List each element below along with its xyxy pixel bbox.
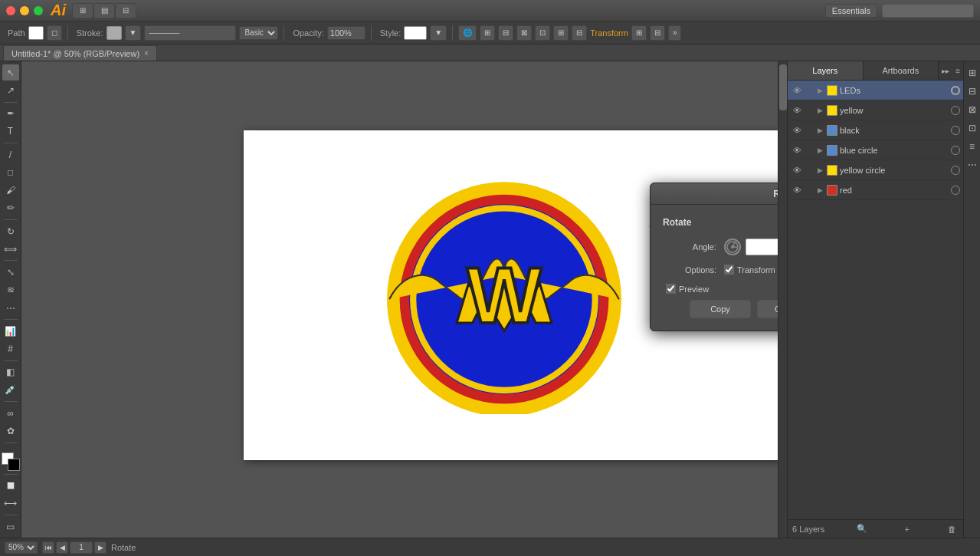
preview-checkbox[interactable]: Preview [666,284,709,294]
essentials-button[interactable]: Essentials [825,4,877,18]
next-page-btn[interactable]: ▶ [94,541,107,554]
globe-btn[interactable]: 🌐 [458,25,477,41]
eyedropper-tool[interactable]: 💉 [2,382,19,398]
layer-row[interactable]: 👁 ▶ blue circle [788,140,963,160]
angle-input[interactable]: 360/8 [746,239,778,255]
preview-check[interactable] [666,284,676,294]
panel-expand-btn[interactable]: ▸▸ [939,61,952,80]
layer-expand-2[interactable]: ▶ [815,126,824,135]
rect-tool[interactable]: □ [2,164,19,180]
cancel-button[interactable]: Cancel [757,300,778,318]
layer-row[interactable]: 👁 ▶ black [788,120,963,140]
align-btn-4[interactable]: ⊡ [535,25,550,41]
transform-btn-1[interactable]: ⊞ [631,25,647,41]
right-edge-btn-2[interactable]: ⊟ [964,83,981,100]
layer-expand-0[interactable]: ▶ [815,86,824,95]
gradient-tool[interactable]: ◧ [2,364,19,380]
select-tool[interactable]: ↖ [2,64,19,81]
reflect-tool[interactable]: ⟺ [2,241,19,257]
menu-btn-2[interactable]: ▤ [93,3,115,18]
mesh-tool[interactable]: # [2,341,19,357]
layer-visibility-0[interactable]: 👁 [791,84,803,97]
style-swatch[interactable] [404,26,427,40]
none-swatch[interactable]: ⬜ [2,477,19,493]
delete-layer-btn[interactable]: 🗑 [945,522,959,536]
screen-mode-btn[interactable]: ▭ [2,518,19,535]
layer-visibility-1[interactable]: 👁 [791,104,803,117]
panel-menu-btn[interactable]: ≡ [952,61,963,80]
minimize-button[interactable] [20,6,29,15]
page-input[interactable] [70,541,93,554]
layer-expand-5[interactable]: ▶ [815,186,824,195]
right-edge-btn-5[interactable]: ≡ [964,138,981,155]
opacity-input[interactable]: 100% [327,26,365,40]
right-edge-btn-3[interactable]: ⊠ [964,101,981,118]
maximize-button[interactable] [34,6,43,15]
main-layout: ↖ ↗ ✒ T / □ 🖌 ✏ ↻ ⟺ ⤡ ≋ ⋯ 📊 # ◧ 💉 ∞ ✿ [0,61,980,538]
pencil-tool[interactable]: ✏ [2,200,19,216]
layer-row[interactable]: 👁 ▶ yellow [788,100,963,120]
layer-visibility-3[interactable]: 👁 [791,144,803,156]
stroke-options-btn[interactable]: ▼ [125,25,142,41]
tab-close-btn[interactable]: × [144,49,149,58]
right-edge-btn-6[interactable]: ⋯ [964,156,981,173]
layer-row[interactable]: 👁 ▶ yellow circle [788,160,963,180]
layer-expand-4[interactable]: ▶ [815,166,824,175]
tab-artboards[interactable]: Artboards [864,61,939,80]
scale-tool[interactable]: ⤡ [2,264,19,280]
layer-expand-3[interactable]: ▶ [815,146,824,155]
transform-link[interactable]: Transform [590,28,628,38]
align-btn-2[interactable]: ⊟ [498,25,513,41]
scrollbar-thumb[interactable] [779,64,787,110]
align-btn-3[interactable]: ⊠ [516,25,532,41]
transform-btn-2[interactable]: ⊟ [650,25,665,41]
blend-tool[interactable]: ∞ [2,405,19,421]
layer-visibility-5[interactable]: 👁 [791,184,803,196]
copy-button[interactable]: Copy [690,300,751,318]
transform-objects-check[interactable] [724,265,734,275]
pen-tool[interactable]: ✒ [2,105,19,121]
prev-page-btn[interactable]: ◀ [56,541,68,554]
brush-tool[interactable]: 🖌 [2,182,19,198]
layer-visibility-2[interactable]: 👁 [791,124,803,137]
right-edge-btn-1[interactable]: ⊞ [964,64,981,81]
warp-tool[interactable]: ≋ [2,282,19,298]
first-page-btn[interactable]: ⏮ [42,541,54,554]
rotate-tool[interactable]: ↻ [2,223,19,239]
align-btn-1[interactable]: ⊞ [480,25,495,41]
menu-btn-1[interactable]: ⊞ [72,3,93,18]
layer-expand-1[interactable]: ▶ [815,106,824,115]
search-input[interactable] [882,4,974,18]
menu-btn-3[interactable]: ⊟ [115,3,136,18]
symbol-tool[interactable]: ✿ [2,423,19,439]
align-btn-5[interactable]: ⊞ [553,25,569,41]
stroke-swatch[interactable] [107,26,122,40]
background-swatch[interactable] [8,459,20,471]
document-tab[interactable]: Untitled-1* @ 50% (RGB/Preview) × [3,45,157,61]
direct-select-tool[interactable]: ↗ [2,82,19,98]
vertical-scrollbar[interactable] [778,61,787,538]
more-btn[interactable]: » [668,25,682,41]
graph-tool[interactable]: 📊 [2,323,19,339]
stroke-mode-btn[interactable]: ◻ [47,25,62,41]
type-tool[interactable]: T [2,123,19,140]
align-btn-6[interactable]: ⊟ [572,25,587,41]
width-tool[interactable]: ⋯ [2,300,19,316]
right-edge-btn-4[interactable]: ⊡ [964,120,981,137]
search-layers-btn[interactable]: 🔍 [855,522,869,536]
close-button[interactable] [6,6,15,15]
fill-swatch[interactable] [28,26,44,40]
tab-layers[interactable]: Layers [788,61,864,80]
layer-row[interactable]: 👁 ▶ red [788,180,963,200]
line-tool[interactable]: / [2,146,19,163]
stroke-line-btn[interactable]: ———— [144,25,236,41]
style-options-btn[interactable]: ▼ [430,25,447,41]
canvas-area[interactable]: ✦ [21,61,778,538]
reflect-icon[interactable]: ⟷ [2,495,19,512]
layer-row[interactable]: 👁 ▶ LEDs [788,81,963,100]
new-layer-btn[interactable]: + [900,522,914,536]
layer-visibility-4[interactable]: 👁 [791,164,803,176]
style-select[interactable]: Basic [239,26,278,40]
transform-objects-checkbox[interactable]: Transform Objects [724,265,778,275]
zoom-select[interactable]: 50% [5,541,38,554]
